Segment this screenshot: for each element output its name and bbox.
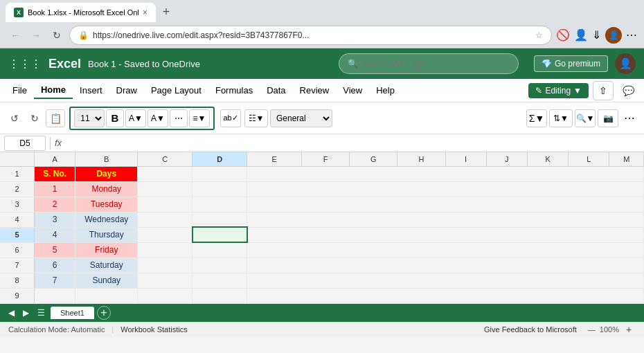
cell-c1[interactable] [138,166,193,181]
feedback-button[interactable]: Give Feedback to Microsoft [484,325,577,334]
cell-b6[interactable]: Friday [75,242,138,257]
camera-button[interactable]: 📷 [598,109,618,127]
comment-button[interactable]: 💬 [618,81,638,100]
cell-d7[interactable] [193,257,247,273]
row-header-6[interactable]: 6 [0,242,34,257]
row-header-2[interactable]: 2 [0,181,34,197]
cell-d6[interactable] [193,242,247,257]
cell-c4[interactable] [138,212,193,227]
undo-button[interactable]: ↺ [6,109,24,127]
cell-a4[interactable]: 3 [34,212,75,227]
add-sheet-button[interactable]: + [97,306,111,320]
formula-input[interactable] [66,136,640,151]
number-format-select[interactable]: General [270,109,332,127]
row-header-3[interactable]: 3 [0,197,34,212]
cell-a1[interactable]: S. No. [34,166,75,181]
col-header-a[interactable]: A [34,152,75,166]
browser-tab[interactable]: X Book 1.xlsx - Microsoft Excel Onl × [6,3,156,22]
cell-c8[interactable] [138,273,193,288]
more-toolbar-button[interactable]: ⋯ [620,109,638,127]
user-icon[interactable]: 👤 [605,27,622,44]
grid-icon[interactable]: ⋮⋮⋮ [8,57,42,71]
cell-d9[interactable] [193,288,247,303]
cell-b9[interactable] [75,288,138,303]
col-header-e[interactable]: E [247,152,302,166]
address-bar[interactable]: 🔒 https://onedrive.live.com/edit.aspx?re… [69,26,552,45]
scroll-left-button[interactable]: ◀ [6,308,17,318]
cell-a2[interactable]: 1 [34,181,75,197]
menu-review[interactable]: Review [293,82,337,98]
forward-button[interactable]: → [28,27,44,44]
star-icon[interactable]: ☆ [535,30,543,40]
clipboard-button[interactable]: 📋 [46,109,65,127]
cell-c5[interactable] [138,227,193,242]
cell-b4[interactable]: Wednesday [75,212,138,227]
cell-reference[interactable] [4,136,46,151]
scroll-right-button[interactable]: ▶ [20,308,32,318]
menu-insert[interactable]: Insert [73,82,109,98]
new-tab-button[interactable]: + [157,3,175,21]
cell-b1[interactable]: Days [75,166,138,181]
font-size-select[interactable]: 11 [74,109,105,127]
cell-b3[interactable]: Tuesday [75,197,138,212]
cell-d4[interactable] [193,212,247,227]
col-header-h[interactable]: H [397,152,445,166]
search-bar[interactable]: 🔍 [339,53,519,74]
row-header-4[interactable]: 4 [0,212,34,227]
col-header-d[interactable]: D [193,152,247,166]
cell-format-button[interactable]: ☷▼ [244,109,268,127]
zoom-in-button[interactable]: + [622,323,636,336]
cell-a9[interactable] [34,288,75,303]
highlight-color-button[interactable]: A▼ [125,109,146,127]
col-header-c[interactable]: C [138,152,193,166]
menu-draw[interactable]: Draw [109,82,144,98]
share-button[interactable]: ⇧ [593,81,614,100]
font-color-button[interactable]: A▼ [147,109,168,127]
cell-d3[interactable] [193,197,247,212]
row-header-1[interactable]: 1 [0,166,34,181]
go-premium-button[interactable]: 💎 Go premium [534,55,608,72]
col-header-b[interactable]: B [75,152,138,166]
more-options-icon[interactable]: ⋯ [626,28,637,42]
bold-button[interactable]: B [106,109,124,127]
cell-a8[interactable]: 7 [34,273,75,288]
cell-a6[interactable]: 5 [34,242,75,257]
menu-formulas[interactable]: Formulas [208,82,260,98]
menu-page-layout[interactable]: Page Layout [144,82,208,98]
row-header-7[interactable]: 7 [0,257,34,273]
sum-button[interactable]: Σ▼ [526,109,547,127]
row-header-9[interactable]: 9 [0,288,34,303]
col-header-g[interactable]: G [350,152,397,166]
cell-c9[interactable] [138,288,193,303]
profile-icon[interactable]: 👤 [574,28,588,42]
user-avatar[interactable]: 👤 [615,53,636,74]
menu-data[interactable]: Data [260,82,292,98]
cell-a7[interactable]: 6 [34,257,75,273]
col-header-f[interactable]: F [302,152,350,166]
col-header-j[interactable]: J [486,152,527,166]
sort-button[interactable]: ⇅▼ [549,109,573,127]
menu-view[interactable]: View [336,82,369,98]
menu-file[interactable]: File [6,82,34,98]
download-icon[interactable]: ⇓ [592,28,601,42]
col-header-l[interactable]: L [569,152,609,166]
cell-d2[interactable] [193,181,247,197]
cell-c2[interactable] [138,181,193,197]
workbook-title[interactable]: Book 1 - Saved to OneDrive [88,59,200,69]
col-header-i[interactable]: I [445,152,486,166]
refresh-button[interactable]: ↻ [48,27,65,44]
cell-d5-selected[interactable] [193,227,247,242]
cell-c7[interactable] [138,257,193,273]
sheet-tab-sheet1[interactable]: Sheet1 [51,307,94,319]
cell-a5[interactable]: 4 [34,227,75,242]
cell-b8[interactable]: Sunday [75,273,138,288]
close-tab-icon[interactable]: × [143,8,147,17]
find-button[interactable]: 🔍▼ [575,109,596,127]
align-button[interactable]: ≡▼ [189,109,210,127]
cell-b2[interactable]: Monday [75,181,138,197]
cell-a3[interactable]: 2 [34,197,75,212]
menu-help[interactable]: Help [369,82,402,98]
cell-c6[interactable] [138,242,193,257]
cell-d1[interactable] [193,166,247,181]
workbook-statistics-button[interactable]: Workbook Statistics [120,325,187,334]
